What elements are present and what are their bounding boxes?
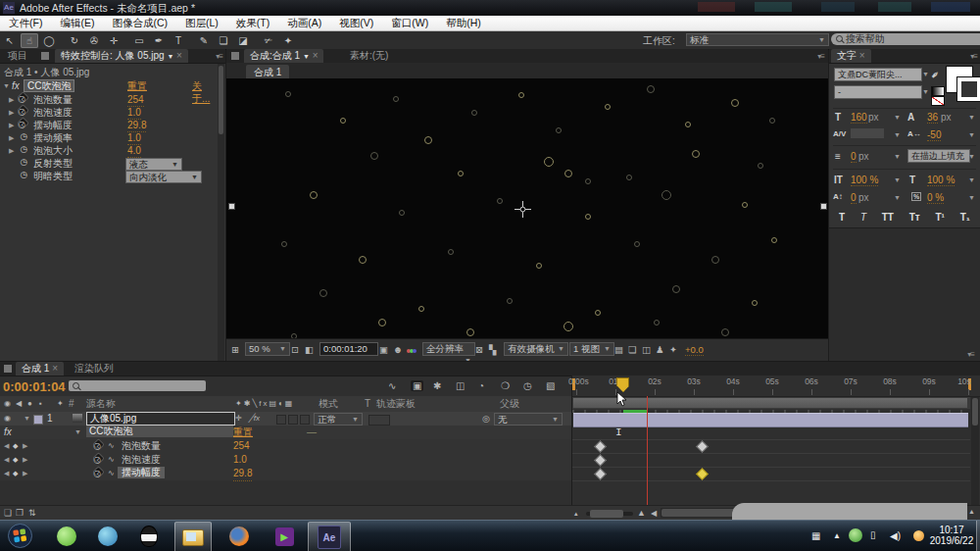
tray-app-icon[interactable] bbox=[913, 530, 924, 541]
puppet-pin-tool[interactable]: ✦ bbox=[279, 33, 297, 48]
transparency-grid-icon[interactable]: ▚ bbox=[489, 344, 496, 355]
blend-mode-dropdown[interactable]: 正常▼ bbox=[314, 413, 363, 426]
stopwatch-icon[interactable]: ◷ bbox=[17, 104, 29, 117]
current-time-display[interactable]: 0:00:01:04 bbox=[3, 379, 66, 394]
chevron-down-icon[interactable]: ▼ bbox=[894, 194, 901, 201]
fast-preview-icon[interactable]: ♟ bbox=[656, 344, 664, 355]
menu-view[interactable]: 视图(V) bbox=[330, 17, 382, 30]
tracking-value[interactable]: -50 bbox=[927, 129, 941, 141]
scroll-up-icon[interactable]: ▲ bbox=[968, 508, 975, 515]
chevron-down-icon[interactable]: ▼ bbox=[922, 88, 929, 95]
switch-cell[interactable] bbox=[300, 415, 310, 425]
work-area-bar[interactable] bbox=[573, 398, 967, 408]
layer-color-chip[interactable] bbox=[33, 415, 43, 425]
brush-tool[interactable]: ✎ bbox=[195, 33, 213, 48]
stroke-color-swatch[interactable] bbox=[957, 77, 980, 101]
exposure-value[interactable]: +0.0 bbox=[685, 344, 704, 356]
chevron-down-icon[interactable]: ▼ bbox=[968, 114, 975, 121]
camera-tool[interactable]: ✇ bbox=[85, 33, 103, 48]
stopwatch-icon[interactable]: ◷ bbox=[92, 452, 105, 465]
tab-timeline-comp[interactable]: 合成 1 × bbox=[16, 362, 64, 376]
eraser-tool[interactable]: ◪ bbox=[234, 33, 252, 48]
effect-name-chip[interactable]: CC吹泡泡 bbox=[24, 79, 74, 92]
chevron-down-icon[interactable]: ▼ bbox=[894, 131, 901, 138]
leading-value[interactable]: 36 bbox=[927, 112, 938, 124]
twirl-down-icon[interactable]: ▼ bbox=[3, 79, 10, 92]
mini-flowchart-toggle[interactable]: ∿ bbox=[388, 380, 396, 391]
keyframe[interactable] bbox=[696, 468, 709, 480]
work-area-track[interactable] bbox=[572, 397, 970, 409]
font-style-dropdown[interactable]: - bbox=[834, 85, 922, 99]
switch-cell[interactable] bbox=[276, 415, 286, 425]
show-desktop-button[interactable] bbox=[976, 521, 980, 551]
add-keyframe-icon[interactable]: ◆ bbox=[13, 439, 18, 453]
brainstorm-toggle[interactable]: ❍ bbox=[501, 380, 510, 391]
pan-behind-tool[interactable]: ✛ bbox=[105, 33, 122, 48]
menu-composition[interactable]: 图像合成(C) bbox=[103, 17, 176, 30]
tsume-value[interactable]: 0 % bbox=[927, 192, 944, 204]
menu-layer[interactable]: 图层(L) bbox=[176, 17, 227, 30]
menu-file[interactable]: 文件(F) bbox=[0, 17, 51, 30]
stopwatch-icon[interactable]: ◷ bbox=[92, 438, 105, 451]
channels-icon[interactable] bbox=[407, 344, 416, 355]
chevron-down-icon[interactable]: ▼ bbox=[894, 153, 901, 160]
taskbar-after-effects[interactable]: Ae bbox=[308, 522, 351, 551]
kerning-value[interactable] bbox=[851, 128, 884, 138]
time-ruler[interactable]: 0:00s 01s 02s 03s 04s 05s 06s 07s 08s 09… bbox=[572, 376, 980, 397]
twirl-down-icon[interactable]: ▼ bbox=[74, 426, 81, 439]
window-titlebar[interactable]: Ae Adobe After Effects - 未命名项目.aep * bbox=[0, 0, 980, 16]
superscript-button[interactable]: T¹ bbox=[936, 212, 945, 223]
selection-tool[interactable]: ↖ bbox=[1, 33, 19, 48]
param-value[interactable]: 254 bbox=[127, 93, 144, 107]
vertical-scale-value[interactable]: 100 % bbox=[851, 175, 878, 186]
chevron-down-icon[interactable]: ▼ bbox=[894, 176, 901, 183]
menu-window[interactable]: 窗口(W) bbox=[382, 17, 437, 30]
parent-dropdown[interactable]: 无▼ bbox=[494, 413, 563, 426]
layer-row[interactable]: ◉ ▼ 1 人像05.jpg ✛ ╱fx 正常▼ ◎ 无▼ bbox=[0, 412, 571, 426]
taskbar-explorer[interactable] bbox=[174, 522, 212, 551]
param-value[interactable]: 1.0 bbox=[127, 131, 141, 145]
motion-blur-toggle[interactable]: ◔ bbox=[478, 380, 484, 391]
tab-composition[interactable]: 合成:合成 1 ▼ × bbox=[244, 49, 323, 63]
shy-toggle[interactable]: ✱ bbox=[433, 380, 441, 391]
stopwatch-icon[interactable]: ◷ bbox=[19, 170, 29, 180]
effect-reset-link[interactable]: 重置 bbox=[127, 79, 147, 92]
font-size-value[interactable]: 160 bbox=[851, 112, 867, 124]
menu-effect[interactable]: 效果(T) bbox=[227, 17, 278, 30]
stroke-style-dropdown[interactable]: 在描边上填充 bbox=[907, 149, 970, 163]
no-color-swatch[interactable] bbox=[931, 96, 945, 106]
effect-group-row[interactable]: fx ▼ CC吹泡泡 重置 — bbox=[0, 426, 571, 439]
keyframe[interactable] bbox=[594, 440, 607, 453]
tray-volume-icon[interactable]: ◀) bbox=[890, 530, 901, 541]
stroke-width-value[interactable]: 0 bbox=[851, 151, 857, 163]
bw-swatch[interactable] bbox=[931, 86, 945, 96]
mask-tool[interactable]: ▭ bbox=[130, 33, 148, 48]
add-keyframe-icon[interactable]: ◆ bbox=[13, 467, 18, 480]
twirl-right-icon[interactable]: ▶ bbox=[9, 131, 14, 144]
subscript-button[interactable]: T₁ bbox=[960, 212, 970, 223]
keyframe[interactable] bbox=[696, 440, 709, 453]
expand-modes-icon[interactable]: ❐ bbox=[16, 508, 24, 518]
menu-help[interactable]: 帮助(H) bbox=[437, 17, 490, 30]
next-keyframe-icon[interactable]: ▶ bbox=[23, 467, 27, 480]
property-label[interactable]: 泡泡数量 bbox=[122, 439, 161, 453]
roto-brush-tool[interactable]: ✃ bbox=[260, 33, 277, 48]
param-dropdown[interactable]: 向内淡化▼ bbox=[125, 171, 202, 183]
workspace-dropdown[interactable]: 标准▼ bbox=[686, 33, 829, 46]
tray-security-shield-icon[interactable] bbox=[849, 528, 862, 542]
twirl-down-icon[interactable]: ▼ bbox=[24, 412, 30, 426]
layer-name-field[interactable]: 人像05.jpg bbox=[86, 412, 235, 426]
chevron-down-icon[interactable]: ▼ bbox=[894, 114, 901, 121]
frame-blend-toggle[interactable]: ◫ bbox=[456, 380, 465, 391]
param-value[interactable]: 4.0 bbox=[127, 144, 141, 158]
horizontal-scale-value[interactable]: 100 % bbox=[927, 175, 955, 186]
eyedropper-icon[interactable]: ✒ bbox=[928, 68, 944, 83]
expand-layer-switches-icon[interactable]: ❏ bbox=[4, 508, 12, 518]
trkmat-header[interactable]: 轨迹蒙板 bbox=[376, 396, 416, 412]
pickwhip-icon[interactable]: ◎ bbox=[482, 412, 490, 426]
next-keyframe-icon[interactable]: ▶ bbox=[23, 453, 27, 467]
timeline-button-icon[interactable]: ▤ bbox=[614, 344, 623, 355]
hscroll-left-arrow[interactable]: ◀ bbox=[651, 509, 657, 518]
taskbar-video-player[interactable] bbox=[90, 522, 125, 551]
type-tool[interactable]: T bbox=[170, 33, 187, 48]
